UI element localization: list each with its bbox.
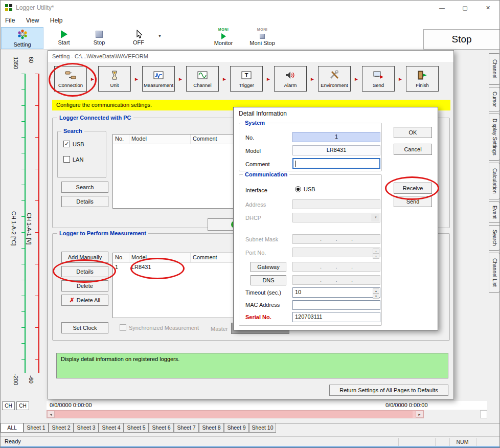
- temp-axis-line: [25, 74, 26, 373]
- usb-radio-label: USB: [304, 186, 315, 192]
- add-manually-button[interactable]: Add Manually: [61, 252, 108, 263]
- usb-checkbox-label: USB: [73, 141, 84, 147]
- minimize-button[interactable]: —: [430, 1, 453, 15]
- wizard-nav: Connection ► Unit ► Measurement ► Channe…: [54, 66, 439, 92]
- off-button[interactable]: OFF: [125, 29, 152, 46]
- address-label: Address: [245, 201, 266, 208]
- sheet-tab-2[interactable]: Sheet 2: [49, 423, 74, 433]
- cursor-icon: [125, 29, 152, 39]
- setting-toolbar-button[interactable]: Setting: [1, 27, 43, 49]
- scroll-left-icon[interactable]: ◄: [47, 411, 55, 418]
- wizard-step-trigger[interactable]: T Trigger: [230, 66, 263, 92]
- sheet-tab-6[interactable]: Sheet 6: [149, 423, 174, 433]
- timeout-spinner[interactable]: ▲▼: [373, 288, 379, 297]
- wizard-step-connection[interactable]: Connection: [54, 66, 87, 92]
- no-field[interactable]: 1: [292, 132, 380, 142]
- side-tab-event[interactable]: Event: [489, 201, 500, 223]
- stop-label: Stop: [86, 39, 112, 46]
- monitor-icon: [221, 33, 226, 39]
- menu-help[interactable]: Help: [46, 15, 67, 26]
- connection-icon: [65, 70, 76, 82]
- wizard-step-environment[interactable]: Environment: [318, 66, 351, 92]
- maximize-button[interactable]: ▢: [453, 1, 476, 15]
- wizard-step-label: Environment: [321, 83, 348, 88]
- info-message: Display detail information on registered…: [61, 356, 179, 362]
- sheet-tab-8[interactable]: Sheet 8: [199, 423, 224, 433]
- usb-radio[interactable]: USB: [295, 186, 315, 192]
- arrow-right-icon: ►: [175, 76, 186, 82]
- port-spinner: ▲▼: [373, 249, 379, 257]
- horizontal-scrollbar[interactable]: ◄ ►: [47, 410, 424, 418]
- ch-button-right[interactable]: CH: [16, 401, 29, 410]
- side-tab-channel-list[interactable]: Channel List: [489, 253, 500, 293]
- gateway-button[interactable]: Gateway: [251, 262, 286, 272]
- run-status-indicator: Stop: [423, 29, 500, 50]
- scroll-right-icon[interactable]: ►: [416, 411, 423, 418]
- status-segment-1: [398, 438, 434, 446]
- off-dropdown-caret-icon[interactable]: ▼: [158, 34, 162, 38]
- model-field[interactable]: LR8431: [292, 145, 380, 155]
- dropdown-arrow-icon: ▼: [372, 214, 379, 221]
- close-button[interactable]: ✕: [476, 1, 499, 15]
- ok-button[interactable]: OK: [394, 127, 432, 138]
- radio-icon: [295, 186, 301, 192]
- mac-address-field[interactable]: [292, 300, 380, 310]
- add-manually-label: Add Manually: [68, 254, 102, 260]
- communication-group-title: Communication: [243, 171, 289, 177]
- wizard-step-alarm[interactable]: Alarm: [274, 66, 307, 92]
- wizard-step-finish[interactable]: Finish: [406, 66, 439, 92]
- wizard-step-channel[interactable]: Channel: [186, 66, 219, 92]
- send-icon: [373, 70, 384, 82]
- wizard-step-send[interactable]: Send: [362, 66, 395, 92]
- details-button-measure[interactable]: Details: [61, 266, 108, 277]
- text-caret: [296, 161, 296, 167]
- measure-group-title: Logger to Perform Measurement: [57, 230, 148, 236]
- moni-stop-button[interactable]: MONI Moni Stop: [246, 28, 279, 46]
- side-tab-channel[interactable]: Channel: [489, 53, 500, 85]
- set-clock-button[interactable]: Set Clock: [61, 322, 108, 333]
- menu-view[interactable]: View: [21, 15, 44, 26]
- cancel-button[interactable]: Cancel: [394, 144, 432, 155]
- stop-button[interactable]: Stop: [86, 29, 112, 46]
- delete-all-button[interactable]: ✗ Delete All: [61, 295, 108, 306]
- dns-button[interactable]: DNS: [251, 275, 286, 285]
- side-tab-display-settings[interactable]: Display Settings: [489, 114, 500, 161]
- sheet-tab-4[interactable]: Sheet 4: [99, 423, 124, 433]
- timeout-field[interactable]: 10 ▲▼: [292, 287, 380, 298]
- return-defaults-button[interactable]: Return Settings of All Pages to Defaults: [329, 385, 448, 396]
- info-message-box: Display detail information on registered…: [56, 353, 448, 378]
- setting-dialog-title: Setting - C:\...\WaveData\WAVEFORM: [48, 51, 453, 62]
- sheet-tab-all[interactable]: ALL: [1, 423, 24, 433]
- send-button[interactable]: Send: [394, 196, 432, 207]
- start-button[interactable]: Start: [49, 29, 79, 46]
- scrollbar-thumb[interactable]: [55, 411, 413, 418]
- side-tab-search[interactable]: Search: [489, 225, 500, 251]
- menu-file[interactable]: File: [1, 15, 19, 26]
- sheet-tab-3[interactable]: Sheet 3: [74, 423, 99, 433]
- comment-field[interactable]: [292, 158, 380, 169]
- sheet-tab-1[interactable]: Sheet 1: [24, 423, 49, 433]
- sheet-tab-7[interactable]: Sheet 7: [174, 423, 199, 433]
- sheet-tab-10[interactable]: Sheet 10: [249, 423, 276, 433]
- no-value: 1: [335, 133, 338, 140]
- receive-label: Receive: [403, 185, 423, 191]
- search-button[interactable]: Search: [61, 182, 108, 193]
- delete-button[interactable]: Delete: [61, 280, 108, 292]
- monitor-button[interactable]: MONI Monitor: [208, 28, 239, 46]
- moni-badge-gray: MONI: [246, 28, 279, 32]
- axis-scale-top-left: 1350: [13, 57, 19, 69]
- ch-button-left[interactable]: CH: [2, 401, 15, 410]
- usb-checkbox[interactable]: ✓ USB: [63, 141, 84, 147]
- lan-checkbox[interactable]: LAN: [63, 156, 83, 163]
- side-tab-calculation[interactable]: Calculation: [489, 163, 500, 199]
- sheet-tab-5[interactable]: Sheet 5: [124, 423, 149, 433]
- receive-button[interactable]: Receive: [394, 183, 432, 194]
- serial-no-field[interactable]: 120703111: [292, 312, 380, 322]
- wizard-step-measurement[interactable]: Measurement: [142, 66, 175, 92]
- wizard-step-unit[interactable]: Unit: [98, 66, 131, 92]
- details-button-connected[interactable]: Details: [61, 196, 108, 207]
- channel-label-temp: CH 1-A-2 [°C]: [11, 211, 17, 245]
- side-tab-cursor[interactable]: Cursor: [489, 87, 500, 111]
- arrow-right-icon: ►: [351, 76, 362, 82]
- sheet-tab-9[interactable]: Sheet 9: [224, 423, 249, 433]
